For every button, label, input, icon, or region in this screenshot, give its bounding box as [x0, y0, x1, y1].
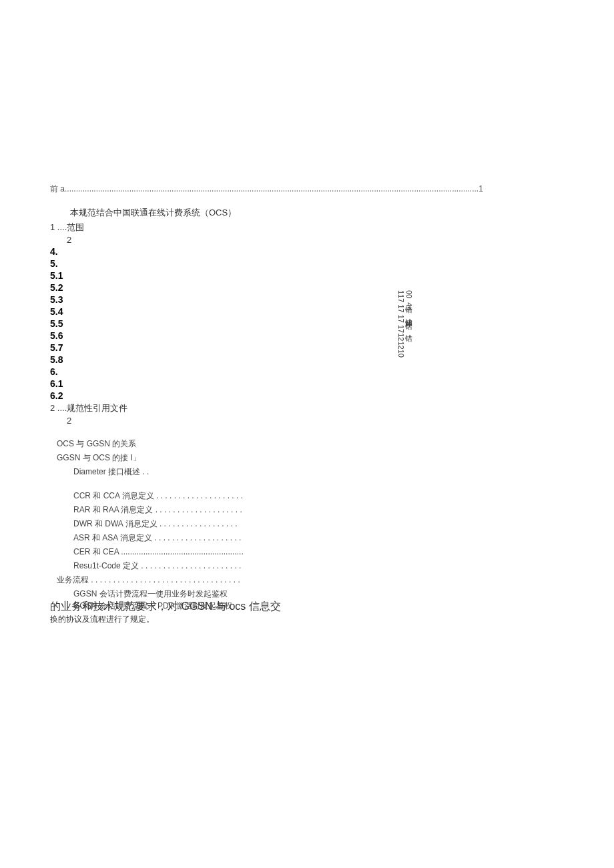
toc-num: 1 ....	[50, 222, 67, 232]
section-5-5: 5.5	[50, 318, 564, 329]
section-5-1: 5.1	[50, 270, 564, 281]
vertical-line-2: 错 ∞ 错	[405, 317, 413, 329]
msg-rar-raa: RAR 和 RAA 消息定义 . . . . . . . . . . . . .…	[73, 504, 564, 516]
toc-item-2: 2 ....规范性引用文件	[50, 402, 564, 414]
section-5: 5.	[50, 258, 564, 269]
section-5-3: 5.3	[50, 294, 564, 305]
msg-result-code: Resu1t-Code 定义 . . . . . . . . . . . . .…	[73, 560, 564, 572]
toc-dots: ........................................…	[65, 184, 479, 193]
toc-text: 范围	[67, 222, 84, 232]
business-flow: 业务流程 . . . . . . . . . . . . . . . . . .…	[57, 574, 564, 586]
msg-asr-asa: ASR 和 ASA 消息定义 . . . . . . . . . . . . .…	[73, 532, 564, 544]
intro-text: 本规范结合中国联通在线计费系统（OCS）	[70, 207, 564, 219]
content-block-relations: OCS 与 GGSN 的关系 GGSN 与 OCS 的接 I」 Diameter…	[50, 438, 564, 478]
toc-item-2-page: 2	[50, 416, 564, 426]
toc-item-1: 1 ....范围	[50, 222, 564, 234]
section-6: 6.	[50, 366, 564, 377]
section-5-2: 5.2	[50, 282, 564, 293]
section-5-4: 5.4	[50, 306, 564, 317]
toc-num-2: 2 ....	[50, 403, 67, 413]
toc-prefix: 前 a	[50, 184, 65, 193]
section-6-1: 6.1	[50, 378, 564, 389]
content-ocs-ggsn: OCS 与 GGSN 的关系	[57, 438, 564, 450]
vertical-line-3: 117 17 17 17121210	[397, 290, 405, 358]
section-5-6: 5.6	[50, 330, 564, 341]
content-ggsn-ocs: GGSN 与 OCS 的接 I」	[57, 452, 564, 464]
section-6-2: 6.2	[50, 390, 564, 401]
toc-page: 1	[479, 184, 483, 193]
msg-cer-cea: CER 和 CEA ..............................…	[73, 546, 564, 558]
vertical-line-1: 00 错 44 错 叩	[405, 290, 413, 315]
overlapping-text-block: GGSN 会话计费流程一 PDP 激活时发起鉴权 的业务和技术规范要求，对 GG…	[50, 600, 564, 614]
msg-ccr-cca: CCR 和 CCA 消息定义 . . . . . . . . . . . . .…	[73, 490, 564, 502]
toc-header-line: 前 a.....................................…	[50, 183, 564, 195]
msg-dwr-dwa: DWR 和 DWA 消息定义 . . . . . . . . . . . . .…	[73, 518, 564, 530]
toc-item-1-page: 2	[50, 235, 564, 245]
content-block-messages: CCR 和 CCA 消息定义 . . . . . . . . . . . . .…	[50, 490, 564, 572]
section-5-7: 5.7	[50, 342, 564, 353]
content-diameter: Diameter 接口概述 . .	[73, 466, 564, 478]
vertical-text-block: 00 错 44 错 叩 错 ∞ 错 117 17 17 17121210	[397, 290, 413, 384]
section-4: 4.	[50, 246, 564, 257]
toc-val-2: 2	[67, 416, 71, 426]
section-5-8: 5.8	[50, 354, 564, 365]
ggsn-session-2: GGSN 会话计费流程一 PDP 激活时发起鉴权	[73, 600, 232, 612]
mixed-paragraph-sub: 换的协议及流程进行了规定。	[50, 614, 564, 625]
ggsn-session-1: GGSN 会话计费流程一使用业务时发起鉴权	[73, 588, 564, 600]
toc-val: 2	[67, 235, 71, 245]
toc-text-2: 规范性引用文件	[67, 403, 127, 413]
